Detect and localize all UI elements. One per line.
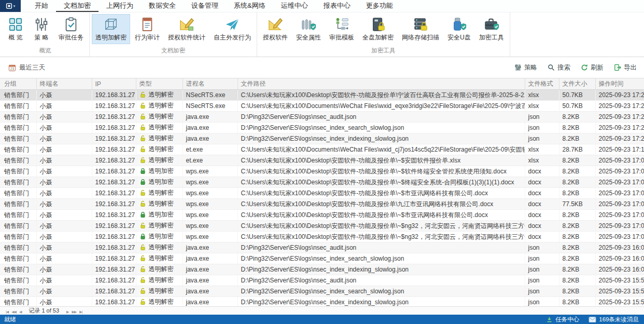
ribbon-button-secure-usb[interactable]: 安全U盘 [444,14,474,44]
prev-fast-icon[interactable]: ◀◀ [11,310,16,314]
cell-type: 透明解密 [136,242,183,253]
cell-time: 2025-09-23 16:00:15 [595,264,644,275]
search-icon [548,64,555,71]
ribbon-button-label: 行为审计 [135,33,160,42]
column-header-2[interactable]: IP [92,78,136,90]
column-header-3[interactable]: 类型 [136,78,183,90]
ribbon-button-network-storage-scan[interactable]: 网络存储扫描 [398,14,443,44]
table-row[interactable]: 销售部门小聂192.168.31.27透明解密java.exeD:\Ping32… [0,286,644,297]
ribbon-button-licensed-software[interactable]: 授权软件 [259,14,291,44]
tab-5[interactable]: 系统&网络 [226,0,273,12]
table-row[interactable]: 销售部门小聂192.168.31.27透明解密java.exeD:\Ping32… [0,253,644,264]
ribbon-button-approval-tasks[interactable]: 审批任务 [55,14,87,44]
table-row[interactable]: 销售部门小聂192.168.31.27透明解密wps.exeC:\Users\未… [0,199,644,210]
table-row[interactable]: 销售部门小聂192.168.31.27透明解密wps.exeC:\Users\未… [0,188,644,199]
column-header-5[interactable]: 文件路径 [237,78,525,90]
column-header-1[interactable]: 终端名 [36,78,92,90]
table-row[interactable]: 销售部门小聂192.168.31.27透明加密wps.exeC:\Users\未… [0,166,644,177]
first-page-icon[interactable]: |◀ [6,310,8,314]
next-page-icon[interactable]: ▶ [66,310,68,314]
lock-closed-icon [139,211,146,218]
table-row[interactable]: 销售部门小聂192.168.31.27透明解密java.exeD:\Ping32… [0,297,644,307]
ribbon-button-full-disk-crypt[interactable]: 全盘加解密 [359,14,397,44]
date-range-filter[interactable]: 23 最近三天 [8,63,45,72]
tab-3[interactable]: 数据安全 [141,0,184,12]
table-row[interactable]: 销售部门小聂192.168.31.27透明解密java.exeD:\Ping32… [0,275,644,286]
ribbon-button-overview-grid[interactable]: 概 览 [3,14,28,44]
next-fast-icon[interactable]: ▶▶ [72,310,76,314]
cell-process: et.exe [183,144,237,155]
action-button-export[interactable]: 导出 [614,63,637,72]
tab-0[interactable]: 开始 [27,0,56,12]
column-header-6[interactable]: 文件格式 [525,78,559,90]
table-row[interactable]: 销售部门小聂192.168.31.27透明解密java.exeD:\Ping32… [0,112,644,123]
action-button-policy-small[interactable]: 策略 [514,63,537,72]
cell-type: 透明加密 [136,232,183,242]
cell-group: 销售部门 [0,221,36,232]
cell-type: 透明解密 [136,188,183,199]
table-row[interactable]: 销售部门小聂192.168.31.27透明加密wps.exeC:\Users\未… [0,232,644,242]
cell-group: 销售部门 [0,112,36,123]
table-row[interactable]: 销售部门小聂192.168.31.27透明加密wps.exeC:\Users\未… [0,210,644,221]
full-disk-crypt-icon [370,17,386,32]
ribbon-button-crypt-toolbox[interactable]: 加密工具 [475,14,508,44]
tab-7[interactable]: 报表中心 [316,0,358,12]
type-label: 透明解密 [149,276,174,285]
action-button-search[interactable]: 搜索 [548,63,570,72]
cell-size: 8.2KB [559,253,595,264]
cell-path: D:\Ping32\Server\ES\logs\nsec_audit.json [237,275,525,286]
action-button-refresh[interactable]: 刷新 [581,63,604,72]
cell-path: D:\Ping32\Server\ES\logs\nsec_index_sear… [237,286,525,297]
cell-terminal: 小聂 [36,221,92,232]
ribbon-button-approval-template[interactable]: 审批模板 [326,14,358,44]
ribbon-group-buttons: 授权软件安全属性审批模板全盘加解密网络存储扫描安全U盘加密工具 [259,12,508,46]
table-row[interactable]: 销售部门小聂192.168.31.27透明解密NSecRTS.exeC:\Use… [0,90,644,101]
lock-open-icon [139,190,146,196]
table-row[interactable]: 销售部门小聂192.168.31.27透明解密java.exeD:\Ping32… [0,264,644,275]
app-menu-button[interactable]: ▾ [0,0,21,12]
ribbon-button-policy-sliders[interactable]: 策 略 [29,14,54,44]
cell-process: wps.exe [183,210,237,221]
column-header-0[interactable]: 分组 [0,78,36,90]
table-row[interactable]: 销售部门小聂192.168.31.27透明解密et.exeC:\Users\未知… [0,155,644,166]
ribbon-button-security-attribute-fence[interactable]: 安全属性 [292,14,325,44]
unread-messages-button[interactable]: 169条未读消息 [589,316,639,323]
column-header-8[interactable]: 操作时间 [595,78,644,90]
task-center-button[interactable]: 任务中心 [546,316,579,323]
prev-page-icon[interactable]: ◀ [19,310,21,314]
ribbon-group-2: 授权软件安全属性审批模板全盘加解密网络存储扫描安全U盘加密工具加密工具 [257,12,510,57]
table-row[interactable]: 销售部门小聂192.168.31.27透明解密java.exeD:\Ping32… [0,242,644,253]
tab-8[interactable]: 更多功能 [358,0,401,12]
cell-format: docx [525,210,559,221]
cell-group: 销售部门 [0,90,36,101]
cell-process: wps.exe [183,199,237,210]
cell-process: wps.exe [183,188,237,199]
approval-template-icon [334,17,349,32]
tab-1[interactable]: 文档加密 [56,0,99,12]
ribbon-button-transparent-crypt-cube[interactable]: 透明加解密 [92,14,130,44]
table-row[interactable]: 销售部门小聂192.168.31.27透明解密et.exeC:\Users\未知… [0,144,644,155]
column-header-7[interactable]: 文件大小 [559,78,595,90]
ribbon-button-label: 全盘加解密 [362,33,394,42]
ribbon-button-outgoing-behavior-plane[interactable]: 自主外发行为 [210,14,255,44]
tab-2[interactable]: 上网行为 [99,0,141,12]
ribbon-button-licensed-software-stats[interactable]: 授权软件统计 [164,14,209,44]
cell-size: 28.7KB [559,144,595,155]
table-row[interactable]: 销售部门小聂192.168.31.27透明加密wps.exeC:\Users\未… [0,177,644,188]
ribbon-button-behavior-audit[interactable]: 行为审计 [131,14,163,44]
last-page-icon[interactable]: ▶| [79,310,82,314]
lock-closed-icon [139,179,146,185]
cell-format: json [525,264,559,275]
cell-time: 2025-09-23 17:16:14 [595,144,644,155]
type-label: 透明解密 [149,265,174,274]
table-row[interactable]: 销售部门小聂192.168.31.27透明解密java.exeD:\Ping32… [0,123,644,133]
tab-4[interactable]: 设备管理 [184,0,226,12]
table-row[interactable]: 销售部门小聂192.168.31.27透明解密java.exeD:\Ping32… [0,133,644,144]
column-header-4[interactable]: 进程名 [183,78,237,90]
type-value: 透明加密 [139,178,174,186]
table-row[interactable]: 销售部门小聂192.168.31.27透明解密NSecRTS.exeC:\Use… [0,101,644,112]
cell-type: 透明解密 [136,264,183,275]
tab-6[interactable]: 运维中心 [273,0,316,12]
cell-process: wps.exe [183,177,237,188]
table-row[interactable]: 销售部门小聂192.168.31.27透明解密wps.exeC:\Users\未… [0,221,644,232]
